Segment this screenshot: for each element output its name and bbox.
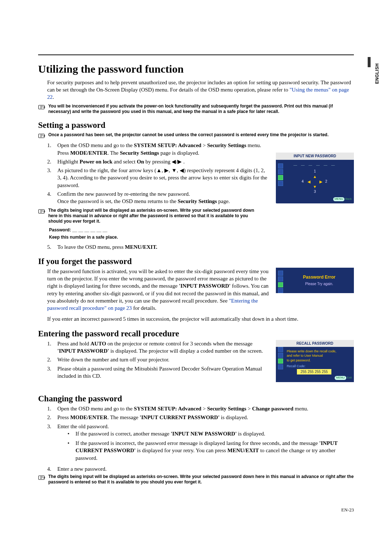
recall-footer: MENUExit (276, 376, 354, 381)
text: Please obtain a password using the Mitsu… (57, 365, 269, 380)
bold: Change password (252, 406, 294, 412)
text: for details. (132, 305, 156, 311)
password-blank-line: Password: __ __ __ __ __ __ (49, 227, 354, 233)
incorrect-5-times: If you enter an incorrect password 5 tim… (47, 315, 354, 323)
text: and select (113, 159, 137, 165)
list-item: 3.As pictured to the right, the four arr… (47, 167, 269, 189)
list-item: 4.Enter a new password. (47, 465, 354, 473)
text: . The message (107, 414, 140, 420)
heading-recall-procedure: Entering the password recall procedure (38, 328, 354, 339)
bold: 'INPUT NEW PASSWORD' (171, 431, 237, 437)
text: Highlight (57, 159, 79, 165)
bold: Security Settings (178, 198, 217, 204)
text: > (201, 406, 207, 412)
osd-title: INPUT NEW PASSWORD (276, 153, 354, 160)
text: is displayed. (237, 431, 265, 437)
error-subtitle: Please Try again. (287, 281, 352, 287)
page-title: Utilizing the password function (38, 62, 354, 77)
bold: On (137, 159, 144, 165)
list-item: • If the password is incorrect, the pass… (68, 439, 354, 462)
text: > (201, 142, 207, 148)
list-item: • If the password is correct, another me… (68, 430, 354, 437)
note-icon (38, 208, 46, 214)
bold: MENU/EXIT (227, 447, 259, 453)
digit-2: 2 (325, 179, 327, 184)
text: page is displayed. (159, 150, 199, 156)
page-number: EN-23 (38, 507, 354, 513)
list-item: 2. Highlight Power on lock and select On… (47, 158, 269, 165)
keep-safe-line: Keep this number in a safe place. (49, 234, 354, 240)
bold: SYSTEM SETUP: Advanced (134, 406, 201, 412)
list-item: 1. Press and hold AUTO on the projector … (47, 340, 269, 355)
intro-paragraph: For security purposes and to help preven… (47, 79, 354, 101)
bold: 'INPUT PASSWORD' (179, 283, 230, 289)
digit-1: 1 (314, 169, 316, 174)
list-item: 4. Confirm the new password by re-enteri… (47, 190, 269, 205)
osd-arrow-cross: 1 ▲ 4 ◀ ▶ 2 ▼ 3 (278, 169, 352, 194)
text: Press (57, 414, 70, 420)
text: page. (217, 198, 230, 204)
bold: MODE/ENTER (70, 150, 107, 156)
bold: 'INPUT CURRENT PASSWORD' (140, 414, 220, 420)
osd-back-label: Back (345, 197, 352, 200)
text: Open the OSD menu and go to the (57, 406, 134, 412)
text: Open the OSD menu and go to the (57, 142, 134, 148)
bold: MENU/EXIT. (125, 244, 157, 250)
heading-setting-password: Setting a password (38, 119, 354, 131)
arrow-left-icon: ◀ (307, 179, 310, 185)
text: is displayed. The projector will display… (109, 348, 263, 354)
digit-3: 3 (314, 189, 316, 194)
note-asterisks: The digits being input will be displayed… (38, 208, 263, 224)
osd-exit-label: Exit (347, 376, 352, 379)
recall-line-2: and refer to User Manual (287, 353, 351, 358)
note-text: The digits being input will be displayed… (48, 474, 354, 485)
text: As pictured to the right, the four arrow… (57, 167, 269, 189)
bold: SYSTEM SETUP: Advanced (134, 142, 201, 148)
bold: Security Settings (120, 150, 159, 156)
text: is displayed. (220, 414, 248, 420)
heading-changing-password: Changing the password (38, 393, 354, 404)
top-rule: ENGLISH (38, 54, 354, 55)
note-icon (38, 475, 46, 481)
text: . The (107, 150, 120, 156)
language-tab: ENGLISH (374, 63, 380, 84)
bold: AUTO (90, 341, 106, 347)
text: menu. (293, 406, 308, 412)
text: > (246, 406, 252, 412)
bold: Power on lock (79, 159, 113, 165)
bold: MODE/ENTER (70, 414, 107, 420)
arrow-right-icon: ▶ (319, 179, 322, 185)
recall-line-1: Please write down the recall code, (287, 349, 351, 353)
steps-setting-password-cont: 5. To leave the OSD menu, press MENU/EXI… (47, 243, 354, 251)
note-text: You will be inconvenienced if you activa… (48, 104, 354, 114)
error-title: Password Error (287, 274, 352, 280)
note-text: Once a password has been set, the projec… (48, 132, 354, 138)
note-asterisks-2: The digits being input will be displayed… (38, 474, 354, 485)
lang-indicator-bar (368, 57, 371, 67)
list-item: 2. Press MODE/ENTER. The message 'INPUT … (47, 414, 354, 421)
note-once-set: Once a password has been set, the projec… (38, 132, 354, 139)
list-item: 5. To leave the OSD menu, press MENU/EXI… (47, 243, 354, 251)
bold: Security Settings (207, 406, 246, 412)
text: on the projector or remote control for 3… (106, 341, 252, 347)
bold: 'INPUT PASSWORD' (57, 348, 109, 354)
note-icon (38, 104, 46, 110)
heading-forget-password: If you forget the password (38, 256, 354, 267)
osd-password-error: Password Error Please Try again. (276, 268, 354, 293)
note-text: The digits being input will be displayed… (48, 208, 263, 224)
note-icon (38, 133, 46, 139)
recall-code-value: 255 255 255 255 (297, 369, 331, 375)
text: Enter a new password. (57, 465, 354, 473)
osd-footer: MENUBack (276, 197, 354, 202)
arrow-down-icon: ▼ (313, 184, 317, 190)
text: To leave the OSD menu, press (57, 244, 125, 250)
osd-input-new-password: INPUT NEW PASSWORD — — — — — — 1 ▲ 4 ◀ ▶… (276, 153, 354, 203)
recall-title: RECALL PASSWORD (276, 340, 354, 347)
text: Once the password is set, the OSD menu r… (57, 198, 178, 204)
text: Confirm the new password by re-entering … (57, 191, 190, 197)
osd-menu-pill: MENU (335, 376, 346, 380)
bold: Security Settings (207, 142, 246, 148)
intro-post: . (53, 94, 54, 100)
osd-side-icons (278, 347, 285, 370)
text: If the password is incorrect, the passwo… (75, 440, 319, 446)
